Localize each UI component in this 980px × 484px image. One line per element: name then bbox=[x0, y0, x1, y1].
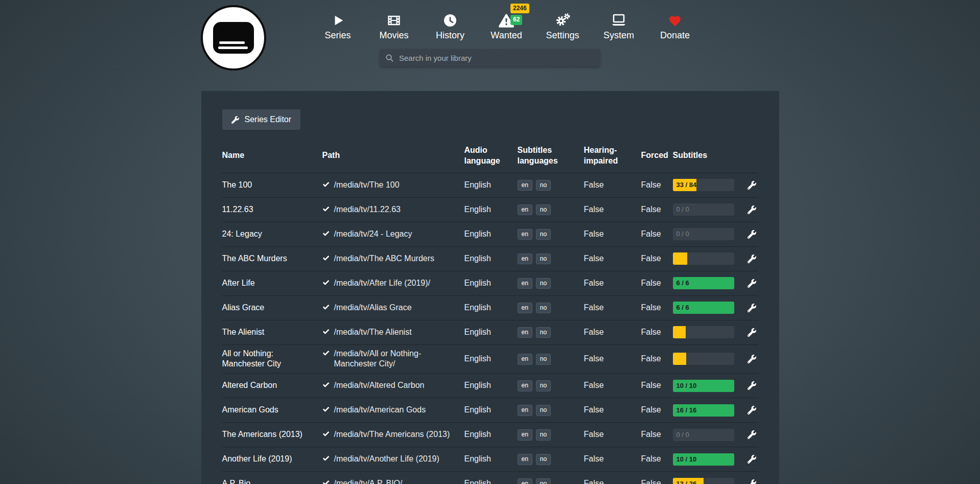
audio-language-value: English bbox=[464, 380, 518, 391]
series-name[interactable]: Another Life (2019) bbox=[222, 454, 322, 465]
nav-history[interactable]: History bbox=[430, 10, 471, 41]
series-path-text: /media/tv/The Alienist bbox=[334, 327, 412, 338]
edit-wrench-icon[interactable] bbox=[748, 355, 756, 363]
subtitle-languages: enno bbox=[518, 327, 584, 338]
subtitle-languages: enno bbox=[518, 278, 584, 289]
edit-wrench-icon[interactable] bbox=[748, 328, 756, 337]
series-path-text: /media/tv/A.P. BIO/ bbox=[334, 478, 403, 484]
column-header-path: Path bbox=[322, 150, 464, 161]
subtitles-progress-label: 16 / 16 bbox=[676, 404, 697, 417]
subtitle-language-badge: no bbox=[536, 454, 551, 465]
subtitle-languages: enno bbox=[518, 429, 584, 441]
laptop-icon bbox=[611, 10, 627, 28]
series-path: /media/tv/11.22.63 bbox=[322, 204, 464, 215]
nav-donate[interactable]: Donate bbox=[655, 10, 695, 41]
series-name[interactable]: The Americans (2013) bbox=[222, 429, 322, 440]
hearing-impaired-value: False bbox=[584, 478, 641, 484]
app-logo[interactable] bbox=[201, 5, 266, 71]
column-header-subtitles: Subtitles bbox=[673, 150, 740, 161]
edit-wrench-icon[interactable] bbox=[748, 279, 756, 288]
hearing-impaired-value: False bbox=[584, 253, 641, 264]
hearing-impaired-value: False bbox=[584, 429, 641, 440]
subtitle-languages: enno bbox=[518, 228, 584, 240]
series-editor-button[interactable]: Series Editor bbox=[222, 109, 301, 130]
nav-history-label: History bbox=[436, 30, 464, 41]
content-panel: Series Editor Name Path Audio language S… bbox=[201, 91, 779, 484]
subtitle-languages: enno bbox=[518, 453, 584, 465]
subtitles-progress-label: 6 / 6 bbox=[676, 302, 689, 314]
search-input[interactable] bbox=[398, 53, 594, 63]
subtitle-languages: enno bbox=[518, 204, 584, 216]
nav-system[interactable]: System bbox=[598, 10, 639, 41]
edit-wrench-icon[interactable] bbox=[748, 255, 756, 263]
subtitles-progress-fill bbox=[673, 326, 686, 338]
edit-wrench-icon[interactable] bbox=[748, 381, 756, 390]
check-icon bbox=[322, 205, 330, 213]
series-name[interactable]: 11.22.63 bbox=[222, 204, 322, 215]
audio-language-value: English bbox=[464, 405, 518, 416]
subtitle-language-badge: no bbox=[536, 180, 551, 191]
subtitle-language-badge: no bbox=[536, 253, 551, 265]
hearing-impaired-value: False bbox=[584, 354, 641, 364]
column-header-subtitles-languages: Subtitles languages bbox=[518, 145, 584, 167]
forced-value: False bbox=[641, 253, 673, 264]
series-name[interactable]: The 100 bbox=[222, 180, 322, 191]
forced-value: False bbox=[641, 278, 673, 289]
series-path: /media/tv/Altered Carbon bbox=[322, 380, 464, 391]
nav-wanted-label: Wanted bbox=[491, 30, 522, 41]
series-path-text: /media/tv/American Gods bbox=[334, 405, 426, 416]
series-path: /media/tv/The ABC Murders bbox=[322, 253, 464, 264]
series-name[interactable]: Alias Grace bbox=[222, 303, 322, 313]
subtitle-language-badge: en bbox=[518, 303, 532, 314]
edit-wrench-icon[interactable] bbox=[748, 455, 756, 464]
subtitle-languages: enno bbox=[518, 380, 584, 391]
table-row: American Gods /media/tv/American Gods En… bbox=[222, 398, 758, 423]
subtitle-language-badge: en bbox=[518, 380, 532, 391]
nav-wanted[interactable]: 2246 62 Wanted bbox=[486, 10, 527, 41]
table-row: After Life /media/tv/After Life (2019)/ … bbox=[222, 271, 758, 296]
subtitle-language-badge: no bbox=[536, 478, 551, 484]
forced-value: False bbox=[641, 354, 673, 364]
table-row: A.P. Bio /media/tv/A.P. BIO/ English enn… bbox=[222, 472, 758, 484]
series-name[interactable]: All or Nothing: Manchester City bbox=[222, 349, 322, 370]
nav-series-label: Series bbox=[324, 30, 351, 41]
series-table: Name Path Audio language Subtitles langu… bbox=[222, 145, 758, 484]
edit-wrench-icon[interactable] bbox=[748, 181, 756, 190]
subtitle-languages: enno bbox=[518, 253, 584, 265]
series-editor-label: Series Editor bbox=[245, 115, 292, 124]
check-icon bbox=[322, 406, 330, 413]
nav-settings[interactable]: Settings bbox=[542, 10, 583, 41]
forced-value: False bbox=[641, 204, 673, 215]
subtitles-progress: 6 / 6 bbox=[673, 302, 734, 314]
forced-value: False bbox=[641, 405, 673, 416]
series-name[interactable]: American Gods bbox=[222, 405, 322, 416]
subtitle-language-badge: en bbox=[518, 278, 532, 289]
nav-series[interactable]: Series bbox=[317, 10, 358, 41]
series-name[interactable]: The ABC Murders bbox=[222, 253, 322, 264]
edit-wrench-icon[interactable] bbox=[748, 479, 756, 484]
series-name[interactable]: 24: Legacy bbox=[222, 229, 322, 240]
check-icon bbox=[322, 304, 330, 311]
series-name[interactable]: The Alienist bbox=[222, 327, 322, 338]
wanted-badges: 2246 62 bbox=[510, 4, 529, 25]
audio-language-value: English bbox=[464, 229, 518, 240]
subtitle-language-badge: en bbox=[518, 478, 532, 484]
edit-wrench-icon[interactable] bbox=[748, 205, 756, 214]
edit-wrench-icon[interactable] bbox=[748, 230, 756, 239]
series-path-text: /media/tv/11.22.63 bbox=[334, 204, 401, 215]
edit-wrench-icon[interactable] bbox=[748, 304, 756, 312]
series-name[interactable]: After Life bbox=[222, 278, 322, 289]
play-icon bbox=[331, 10, 344, 28]
series-path-text: /media/tv/The ABC Murders bbox=[334, 253, 435, 264]
subtitles-progress-label: 33 / 84 bbox=[676, 179, 697, 191]
edit-wrench-icon[interactable] bbox=[748, 406, 756, 414]
series-path: /media/tv/All or Nothing- Manchester Cit… bbox=[322, 349, 464, 370]
table-row: Alias Grace /media/tv/Alias Grace Englis… bbox=[222, 296, 758, 320]
nav-movies[interactable]: Movies bbox=[374, 10, 414, 41]
edit-wrench-icon[interactable] bbox=[748, 430, 756, 439]
series-name[interactable]: Altered Carbon bbox=[222, 380, 322, 391]
audio-language-value: English bbox=[464, 327, 518, 338]
series-name[interactable]: A.P. Bio bbox=[222, 478, 322, 484]
audio-language-value: English bbox=[464, 354, 518, 364]
column-header-name: Name bbox=[222, 150, 322, 161]
